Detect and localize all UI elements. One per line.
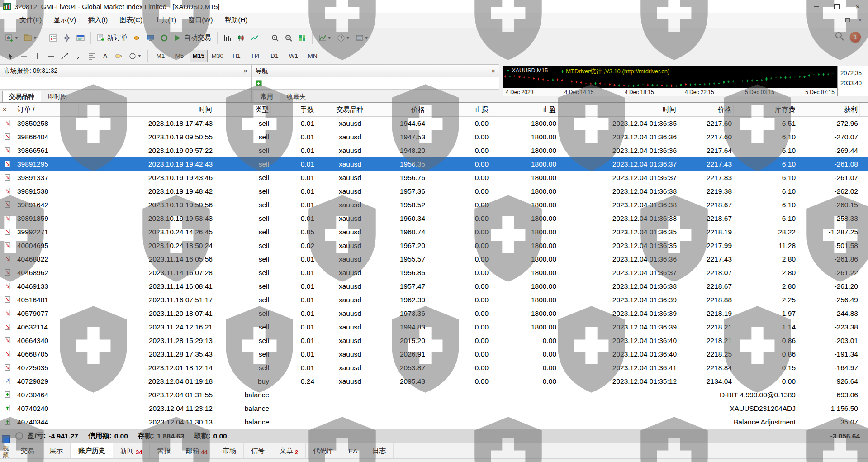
indicators-button[interactable]: ▼ — [317, 33, 333, 43]
menu-item-insert[interactable]: 插入(I) — [82, 13, 114, 28]
column-header[interactable]: 交易品种 — [316, 103, 384, 116]
shapes-button[interactable]: ▼ — [127, 51, 143, 61]
navigator-content[interactable] — [252, 77, 499, 89]
menu-item-file[interactable]: 文件(F) — [14, 13, 47, 28]
tile-windows-button[interactable] — [296, 33, 308, 43]
mdi-close-button[interactable]: × — [858, 17, 862, 24]
maximize-button[interactable] — [826, 0, 847, 13]
terminal-tab-signals[interactable]: 信号 — [244, 443, 272, 458]
timeframe-w1-button[interactable]: W1 — [285, 50, 303, 62]
new-order-button[interactable]: 新订单 — [95, 33, 129, 43]
dock-icon[interactable] — [2, 435, 10, 443]
menu-item-help[interactable]: 帮助(H) — [218, 13, 253, 28]
notifications-button[interactable] — [131, 33, 143, 43]
column-header[interactable]: 时间 — [558, 103, 678, 116]
terminal-tab-market[interactable]: 市场 — [215, 443, 244, 458]
notification-badge[interactable]: 1 — [850, 32, 861, 43]
crosshair-button[interactable] — [18, 51, 30, 61]
fibonacci-button[interactable] — [86, 51, 98, 61]
search-icon[interactable] — [835, 31, 844, 43]
bar-chart-button[interactable] — [222, 33, 233, 43]
history-row[interactable]: 406321142023.11.24 12:16:21sell0.01xauus… — [0, 320, 868, 334]
market-watch-button[interactable] — [47, 33, 59, 43]
hosting-button[interactable] — [145, 33, 157, 43]
navigator-close-icon[interactable]: × — [491, 67, 495, 74]
history-row[interactable]: 406643402023.11.28 15:29:13sell0.01xauus… — [0, 334, 868, 348]
menu-item-view[interactable]: 显示(V) — [47, 13, 82, 28]
terminal-tab-journal[interactable]: 日志 — [365, 443, 394, 458]
text-button[interactable]: A — [100, 51, 111, 61]
dropdown-caret-icon[interactable]: ▼ — [365, 36, 369, 40]
column-header[interactable]: 库存费 — [734, 103, 797, 116]
market-watch-tab[interactable]: 即时图 — [41, 91, 74, 103]
label-button[interactable] — [113, 51, 125, 61]
dropdown-caret-icon[interactable]: ▼ — [327, 36, 332, 40]
navigator-button[interactable] — [61, 33, 73, 43]
history-row[interactable]: 398913372023.10.19 19:43:46sell0.01xauus… — [0, 171, 868, 185]
dropdown-caret-icon[interactable]: ▼ — [346, 36, 350, 40]
menu-item-window[interactable]: 窗口(W) — [182, 13, 218, 28]
terminal-button[interactable] — [75, 33, 86, 43]
history-row[interactable]: 399922712023.10.24 14:26:45sell0.05xauus… — [0, 225, 868, 239]
horizontal-line-button[interactable] — [45, 51, 57, 61]
market-watch-tab[interactable]: 交易品种 — [2, 91, 41, 103]
menu-item-charts[interactable]: 图表(C) — [114, 13, 148, 28]
history-row[interactable]: 407298292023.12.04 01:19:18buy0.24xauusd… — [0, 375, 868, 388]
terminal-tab-mailbox[interactable]: 邮箱44 — [178, 443, 215, 458]
timeframe-m1-button[interactable]: M1 — [152, 50, 170, 62]
terminal-tab-account-history[interactable]: 账户历史 — [71, 443, 113, 458]
history-row[interactable]: 407250352023.12.01 18:12:14sell0.01xauus… — [0, 361, 868, 375]
side-dock[interactable]: 视频 — [1, 435, 11, 458]
market-watch-content[interactable] — [0, 77, 251, 89]
column-header[interactable]: 价格 — [678, 103, 734, 116]
dropdown-caret-icon[interactable]: ▼ — [14, 36, 19, 40]
history-row[interactable]: 404689622023.11.14 16:07:28sell0.01xauus… — [0, 266, 868, 280]
line-chart-button[interactable] — [249, 33, 261, 43]
history-row[interactable]: 406687052023.11.28 17:35:43sell0.01xauus… — [0, 348, 868, 361]
zoom-in-button[interactable] — [269, 33, 281, 43]
history-row[interactable]: 398664042023.10.19 09:50:55sell0.01xauus… — [0, 130, 868, 144]
history-row[interactable]: 404691332023.11.14 16:08:41sell0.01xauus… — [0, 280, 868, 293]
timeframe-h4-button[interactable]: H4 — [247, 50, 265, 62]
timeframe-m30-button[interactable]: M30 — [209, 50, 227, 62]
trendline-button[interactable] — [59, 51, 71, 61]
minimize-button[interactable] — [806, 0, 826, 13]
terminal-tab-news[interactable]: 新闻34 — [113, 443, 150, 458]
column-header[interactable]: 手数 — [271, 103, 316, 116]
candle-chart-button[interactable] — [235, 33, 247, 43]
history-row[interactable]: 400046952023.10.24 18:50:24sell0.02xauus… — [0, 239, 868, 252]
timeframe-m15-button[interactable]: M15 — [190, 50, 208, 62]
history-row[interactable]: 398912952023.10.19 19:42:43sell0.01xauus… — [0, 157, 868, 171]
history-row[interactable]: 405164812023.11.16 07:51:17sell0.01xauus… — [0, 293, 868, 307]
mdi-restore-button[interactable] — [845, 18, 850, 22]
chart-canvas[interactable]: ▼ XAUUSD,M15 + MTDriver统计 ,V3.10 (http:/… — [503, 66, 837, 88]
dropdown-caret-icon[interactable]: ▼ — [33, 36, 37, 40]
column-header[interactable]: 止盈 — [490, 103, 558, 116]
terminal-close-icon[interactable]: × — [3, 105, 7, 113]
history-row[interactable]: 398665612023.10.19 09:57:22sell0.01xauus… — [0, 144, 868, 157]
close-button[interactable]: × — [847, 0, 868, 13]
community-button[interactable] — [158, 33, 170, 43]
history-row[interactable]: 398502582023.10.18 17:47:43sell0.01xauus… — [0, 117, 868, 130]
channel-button[interactable] — [72, 51, 84, 61]
timeframe-m5-button[interactable]: M5 — [171, 50, 189, 62]
vertical-line-button[interactable] — [32, 51, 43, 61]
menu-item-tools[interactable]: 工具(T) — [148, 13, 182, 28]
profiles-button[interactable]: ▼ — [22, 33, 39, 43]
navigator-tab[interactable]: 常用 — [254, 91, 280, 103]
terminal-tab-code-base[interactable]: 代码库 — [306, 443, 341, 458]
column-header[interactable]: 获利 — [797, 103, 860, 116]
column-header[interactable]: 价格 — [384, 103, 427, 116]
zoom-out-button[interactable] — [283, 33, 294, 43]
templates-button[interactable]: ▼ — [354, 33, 370, 43]
periods-button[interactable]: ▼ — [335, 33, 352, 43]
terminal-tab-experts[interactable]: EA — [341, 443, 365, 458]
column-header[interactable]: 类型 — [214, 103, 271, 116]
column-header[interactable]: 时间 — [79, 103, 214, 116]
mdi-minimize-button[interactable] — [833, 20, 837, 20]
timeframe-h1-button[interactable]: H1 — [228, 50, 246, 62]
history-row[interactable]: 404688222023.11.14 16:05:56sell0.01xauus… — [0, 252, 868, 266]
market-watch-close-icon[interactable]: × — [243, 67, 247, 74]
history-row[interactable]: 398918592023.10.19 19:53:43sell0.01xauus… — [0, 212, 868, 225]
history-row[interactable]: 407402402023.12.04 11:23:12balanceXAUUSD… — [0, 402, 868, 415]
